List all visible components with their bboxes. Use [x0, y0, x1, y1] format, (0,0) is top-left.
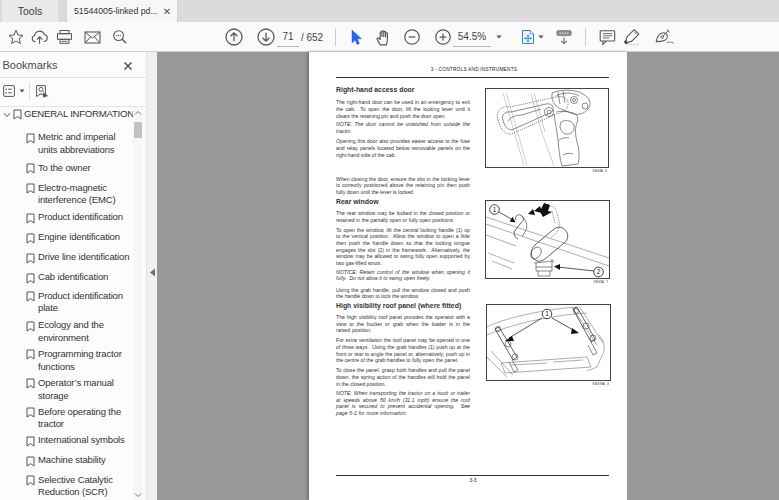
svg-text:1: 1 — [545, 310, 549, 317]
svg-text:1: 1 — [493, 206, 497, 213]
svg-text:2: 2 — [597, 268, 601, 275]
